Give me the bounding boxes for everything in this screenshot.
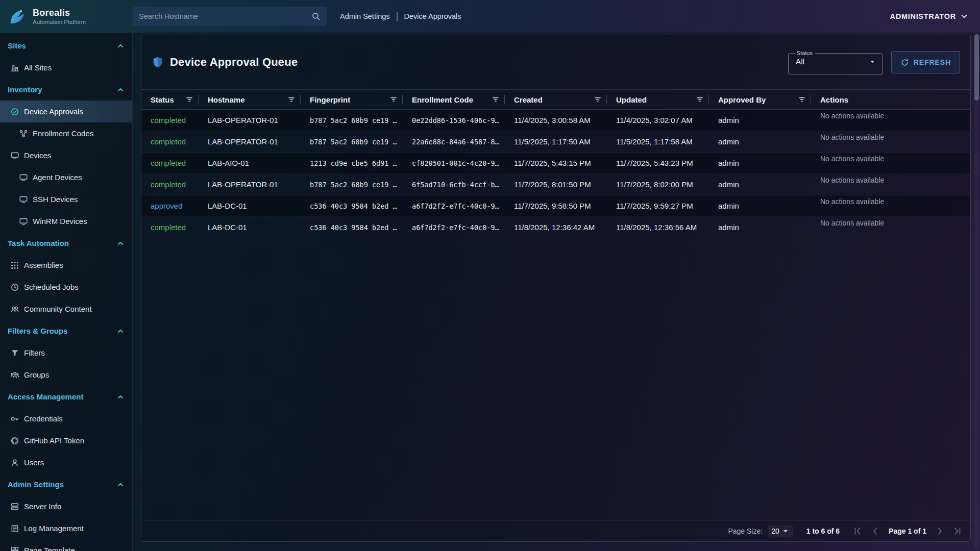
page-title: Device Approval Queue bbox=[170, 56, 298, 69]
column-filter-icon[interactable] bbox=[389, 95, 398, 104]
sidebar-item-label: Assemblies bbox=[24, 261, 63, 269]
cell-approved-by: admin bbox=[709, 202, 811, 210]
devices-icon bbox=[19, 195, 28, 204]
sidebar-item-assemblies[interactable]: Assemblies bbox=[0, 254, 132, 276]
chevron-up-icon bbox=[116, 393, 125, 401]
table-row[interactable]: completedLAB-OPERATOR-01b787 5ac2 68b9 c… bbox=[141, 174, 970, 195]
sidebar-section-label: Task Automation bbox=[8, 239, 69, 247]
sidebar-item-agent-devices[interactable]: Agent Devices bbox=[0, 166, 132, 188]
github-icon bbox=[10, 436, 19, 445]
last-page-button[interactable] bbox=[953, 527, 962, 536]
sidebar-section-filters-groups[interactable]: Filters & Groups bbox=[0, 320, 132, 342]
first-page-button[interactable] bbox=[853, 527, 862, 536]
sidebar-item-github-api-token[interactable]: GitHub API Token bbox=[0, 430, 132, 452]
pagination-footer: Page Size: 20 1 to 6 of 6 bbox=[141, 520, 970, 541]
search-input[interactable] bbox=[139, 12, 311, 20]
sidebar-section-admin-settings[interactable]: Admin Settings bbox=[0, 473, 132, 495]
refresh-icon bbox=[900, 58, 909, 67]
column-header-hostname[interactable]: Hostname bbox=[199, 90, 301, 109]
codes-icon bbox=[19, 129, 28, 138]
sidebar-item-log-management[interactable]: Log Management bbox=[0, 517, 132, 539]
column-header-status[interactable]: Status bbox=[141, 90, 199, 109]
cell-enrollment-code: a6f7d2f2-e7fc-40c0-9… bbox=[403, 202, 505, 210]
body-row: SitesAll SitesInventoryDevice ApprovalsE… bbox=[0, 33, 980, 551]
column-filter-icon[interactable] bbox=[798, 95, 806, 104]
sidebar-item-scheduled-jobs[interactable]: Scheduled Jobs bbox=[0, 276, 132, 298]
sidebar-item-credentials[interactable]: Credentials bbox=[0, 408, 132, 430]
sidebar-item-device-approvals[interactable]: Device Approvals bbox=[0, 101, 132, 122]
table-row[interactable]: completedLAB-AIO-011213 cd9e cbe5 6d91 …… bbox=[141, 153, 970, 174]
cell-approved-by: admin bbox=[709, 159, 811, 167]
column-header-fingerprint[interactable]: Fingerprint bbox=[301, 90, 403, 109]
cell-created: 11/4/2025, 3:00:58 AM bbox=[505, 116, 607, 124]
sidebar-item-all-sites[interactable]: All Sites bbox=[0, 57, 132, 79]
table-header-row: StatusHostnameFingerprintEnrollment Code… bbox=[141, 89, 970, 110]
sidebar-section-inventory[interactable]: Inventory bbox=[0, 79, 132, 101]
status-filter-label: Status bbox=[795, 50, 815, 56]
sidebar-item-users[interactable]: Users bbox=[0, 452, 132, 473]
cell-status: completed bbox=[141, 223, 199, 232]
sidebar-item-devices[interactable]: Devices bbox=[0, 144, 132, 166]
sidebar-item-groups[interactable]: Groups bbox=[0, 364, 132, 386]
page-scrollbar[interactable] bbox=[974, 34, 979, 549]
shield-icon bbox=[152, 56, 164, 68]
breadcrumb-item-device-approvals[interactable]: Device Approvals bbox=[404, 12, 461, 20]
column-filter-icon[interactable] bbox=[594, 95, 602, 104]
caret-down-icon bbox=[868, 58, 876, 66]
table-row[interactable]: completedLAB-OPERATOR-01b787 5ac2 68b9 c… bbox=[141, 110, 970, 131]
next-page-button[interactable] bbox=[935, 527, 944, 536]
status-filter-select[interactable]: Status All bbox=[788, 50, 883, 74]
approvals-icon bbox=[10, 107, 19, 116]
column-label: Approved By bbox=[718, 95, 766, 104]
panel-header: Device Approval Queue Status All bbox=[141, 35, 970, 89]
chevron-down-icon bbox=[960, 12, 969, 21]
column-header-updated[interactable]: Updated bbox=[607, 90, 709, 109]
sidebar-section-task-automation[interactable]: Task Automation bbox=[0, 232, 132, 254]
sidebar-item-filters[interactable]: Filters bbox=[0, 342, 132, 364]
cell-hostname: LAB-OPERATOR-01 bbox=[199, 180, 301, 189]
sidebar-section-access-management[interactable]: Access Management bbox=[0, 386, 132, 408]
sites-icon bbox=[10, 63, 19, 72]
table-row[interactable]: completedLAB-OPERATOR-01b787 5ac2 68b9 c… bbox=[141, 131, 970, 153]
chevron-up-icon bbox=[116, 239, 125, 247]
cell-hostname: LAB-OPERATOR-01 bbox=[199, 137, 301, 146]
page-size-select[interactable]: 20 bbox=[768, 525, 793, 537]
column-header-created[interactable]: Created bbox=[505, 90, 607, 109]
refresh-button[interactable]: REFRESH bbox=[891, 51, 960, 73]
borealis-logo bbox=[6, 6, 28, 27]
sidebar-item-ssh-devices[interactable]: SSH Devices bbox=[0, 188, 132, 210]
column-header-enrollment-code[interactable]: Enrollment Code bbox=[403, 90, 505, 109]
cell-updated: 11/7/2025, 5:43:23 PM bbox=[607, 159, 709, 167]
sidebar-item-label: Page Template bbox=[24, 546, 75, 551]
chevron-up-icon bbox=[116, 86, 125, 94]
column-filter-icon[interactable] bbox=[185, 95, 193, 104]
sidebar-item-server-info[interactable]: Server Info bbox=[0, 495, 132, 517]
sidebar-item-winrm-devices[interactable]: WinRM Devices bbox=[0, 210, 132, 232]
sidebar-item-label: Users bbox=[24, 458, 44, 467]
column-header-approved-by[interactable]: Approved By bbox=[709, 90, 811, 109]
status-filter-row: All bbox=[794, 57, 877, 66]
column-filter-icon[interactable] bbox=[492, 95, 500, 104]
user-menu[interactable]: ADMINISTRATOR bbox=[890, 12, 969, 21]
cell-actions: No actions available bbox=[811, 195, 970, 206]
cell-created: 11/7/2025, 8:01:50 PM bbox=[505, 180, 607, 189]
search-box bbox=[133, 7, 327, 26]
sidebar-item-community-content[interactable]: Community Content bbox=[0, 298, 132, 320]
previous-page-button[interactable] bbox=[871, 527, 880, 536]
column-label: Enrollment Code bbox=[412, 95, 473, 104]
sidebar-item-page-template[interactable]: Page Template bbox=[0, 539, 132, 551]
cell-hostname: LAB-AIO-01 bbox=[199, 159, 301, 167]
sidebar-section-sites[interactable]: Sites bbox=[0, 35, 132, 57]
table-row[interactable]: completedLAB-DC-01c536 40c3 9584 b2ed …a… bbox=[141, 217, 970, 238]
cell-status: completed bbox=[141, 159, 199, 167]
breadcrumb-item-admin-settings[interactable]: Admin Settings bbox=[340, 12, 390, 20]
device-approval-panel: Device Approval Queue Status All bbox=[141, 35, 971, 542]
column-header-actions[interactable]: Actions bbox=[811, 90, 970, 109]
sidebar-item-enrollment-codes[interactable]: Enrollment Codes bbox=[0, 122, 132, 144]
table-row[interactable]: approvedLAB-DC-01c536 40c3 9584 b2ed …a6… bbox=[141, 195, 970, 217]
page-scrollbar-thumb[interactable] bbox=[974, 34, 979, 101]
table-empty-area bbox=[141, 238, 970, 520]
chevron-up-icon bbox=[116, 481, 125, 489]
column-filter-icon[interactable] bbox=[287, 95, 296, 104]
column-filter-icon[interactable] bbox=[696, 95, 704, 104]
